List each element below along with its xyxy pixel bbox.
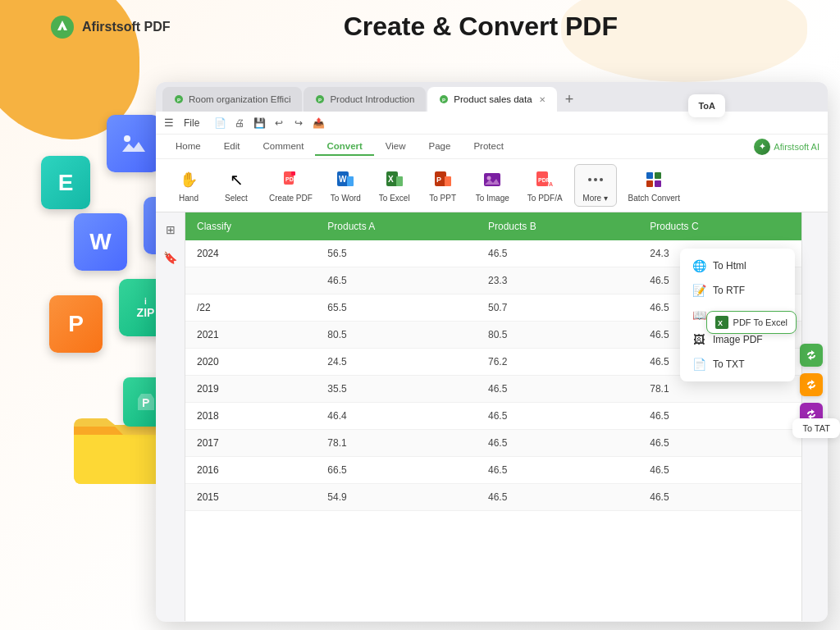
cell-a: 24.5 <box>316 349 477 376</box>
sidebar-bookmark-icon[interactable]: 🔖 <box>160 247 181 268</box>
tab-room-org[interactable]: P Room organization Effici <box>162 87 302 112</box>
svg-rect-14 <box>347 176 354 186</box>
sidebar-thumbnail-icon[interactable]: ⊞ <box>160 219 181 240</box>
to-word-btn[interactable]: W To Word <box>324 165 368 206</box>
cell-b: 46.5 <box>477 457 638 484</box>
cell-year: 2020 <box>185 349 316 376</box>
nav-tab-convert[interactable]: Convert <box>315 138 373 156</box>
hamburger-icon[interactable]: ☰ <box>164 116 174 129</box>
nav-tab-page[interactable]: Page <box>418 138 463 156</box>
undo-icon[interactable]: ↩ <box>272 116 286 130</box>
redo-icon[interactable]: ↪ <box>291 116 306 130</box>
svg-point-2 <box>124 135 130 142</box>
svg-text:P: P <box>177 98 180 103</box>
to-pdfa-label: To PDF/A <box>527 194 563 203</box>
cell-b: 46.5 <box>477 484 638 511</box>
to-word-icon: W <box>334 168 357 191</box>
main-title: Create & Convert PDF <box>171 11 791 42</box>
svg-rect-17 <box>396 176 403 186</box>
cell-a: 65.5 <box>316 294 477 322</box>
more-btn[interactable]: More ▾ <box>574 164 617 207</box>
cell-year: 2017 <box>185 430 316 457</box>
create-pdf-btn[interactable]: PDF Create PDF <box>262 165 319 206</box>
table-row: 2016 66.5 46.5 46.5 <box>185 457 801 484</box>
svg-text:P: P <box>442 98 445 103</box>
convert-toolbar: ✋ Hand ↖ Select PDF Create PDF <box>156 159 828 212</box>
hand-btn[interactable]: ✋ Hand <box>167 165 210 206</box>
cell-c: 46.5 <box>638 430 801 457</box>
svg-rect-32 <box>655 180 661 187</box>
nav-tab-edit[interactable]: Edit <box>212 138 252 156</box>
rfi-orange-icon[interactable] <box>800 373 823 396</box>
to-excel-btn[interactable]: X To Excel <box>372 165 417 206</box>
print-icon[interactable]: 🖨 <box>232 116 247 130</box>
dropdown-to-html[interactable]: 🌐 To Html <box>680 253 795 278</box>
save-icon[interactable]: 💾 <box>252 116 267 130</box>
to-txt-icon: 📄 <box>692 358 706 371</box>
w-file-icon: W <box>74 213 127 271</box>
content-area: ⊞ 🔖 Classify Products A Products B Produ… <box>156 212 828 621</box>
svg-rect-20 <box>445 176 451 186</box>
more-label: More ▾ <box>582 194 608 203</box>
logo-icon <box>49 14 75 40</box>
cell-b: 46.5 <box>477 430 638 457</box>
tab-pdf-icon: P <box>174 94 184 104</box>
menu-bar: ☰ File 📄 🖨 💾 ↩ ↪ 📤 <box>156 112 828 135</box>
tab-sales-data[interactable]: P Product sales data ✕ <box>427 87 556 112</box>
to-rtf-icon: 📝 <box>692 284 706 297</box>
cell-a: 56.5 <box>316 240 477 267</box>
to-image-btn[interactable]: To Image <box>469 165 516 206</box>
cell-a: 46.4 <box>316 403 477 430</box>
nav-tab-protect[interactable]: Protect <box>462 138 514 156</box>
batch-convert-btn[interactable]: Batch Convert <box>622 165 687 206</box>
tab-pdf-icon3: P <box>439 94 449 104</box>
cell-year: /22 <box>185 294 316 322</box>
nav-tab-home[interactable]: Home <box>164 138 212 156</box>
select-btn[interactable]: ↖ Select <box>215 165 258 206</box>
to-txt-label: To TXT <box>713 358 744 370</box>
tab-add-btn[interactable]: + <box>559 89 581 110</box>
to-ppt-label: To PPT <box>429 194 456 203</box>
share-icon[interactable]: 📤 <box>311 116 326 130</box>
svg-point-28 <box>600 178 603 181</box>
cell-b: 46.5 <box>477 240 638 267</box>
nav-tab-comment[interactable]: Comment <box>252 138 316 156</box>
image-pdf-icon: 🖼 <box>692 333 706 346</box>
select-label: Select <box>225 194 248 203</box>
tab-close-btn[interactable]: ✕ <box>539 95 546 104</box>
dropdown-to-rtf[interactable]: 📝 To RTF <box>680 278 795 303</box>
cell-b: 46.5 <box>477 403 638 430</box>
svg-point-27 <box>594 178 597 181</box>
cell-year: 2016 <box>185 457 316 484</box>
svg-text:X: X <box>388 175 394 184</box>
sidebar: ⊞ 🔖 <box>156 212 185 621</box>
rfi-green-icon[interactable] <box>800 344 823 367</box>
svg-rect-10 <box>291 171 295 176</box>
tooltip-text: PDF To Excel <box>733 317 788 327</box>
logo-text: Afirstsoft PDF <box>82 20 171 34</box>
new-file-icon[interactable]: 📄 <box>212 116 227 130</box>
to-pdfa-icon: PDF /A <box>533 168 556 191</box>
cell-c: 46.5 <box>638 403 801 430</box>
afirstsoft-ai-btn[interactable]: ✦ Afirstsoft AI <box>754 139 819 155</box>
svg-text:X: X <box>718 319 723 327</box>
col-classify: Classify <box>185 212 316 240</box>
to-word-label: To Word <box>331 194 361 203</box>
to-rtf-label: To RTF <box>713 285 745 296</box>
tab-product-intro[interactable]: P Product Introduction <box>304 87 426 112</box>
nav-tab-view[interactable]: View <box>374 138 418 156</box>
tab-label-intro: Product Introduction <box>330 94 414 104</box>
cell-year: 2015 <box>185 484 316 511</box>
dropdown-to-txt[interactable]: 📄 To TXT <box>680 352 795 377</box>
to-html-icon: 🌐 <box>692 259 706 272</box>
file-menu[interactable]: File <box>184 117 199 129</box>
cell-b: 76.2 <box>477 349 638 376</box>
cell-year: 2019 <box>185 376 316 403</box>
ai-nav-label: Afirstsoft AI <box>774 142 819 152</box>
tab-bar: P Room organization Effici P Product Int… <box>156 82 828 112</box>
to-pdfa-btn[interactable]: PDF /A To PDF/A <box>521 165 569 206</box>
ai-nav-area: ✦ Afirstsoft AI <box>754 139 819 155</box>
tab-pdf-icon2: P <box>315 94 325 104</box>
to-ppt-btn[interactable]: P To PPT <box>422 165 464 206</box>
toa-badge: ToA <box>688 94 725 117</box>
